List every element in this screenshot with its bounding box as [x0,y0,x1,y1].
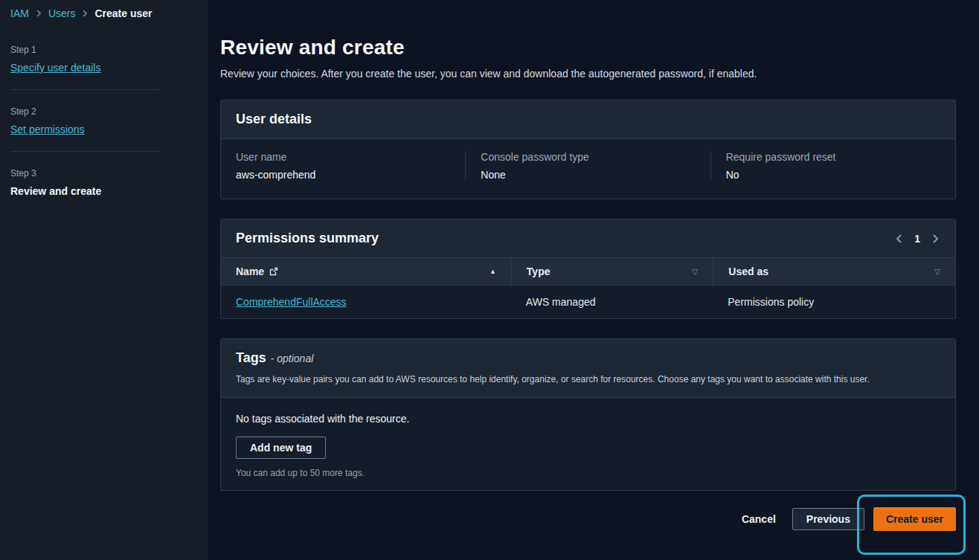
step-2: Step 2 Set permissions [10,100,198,147]
tags-empty-text: No tags associated with the resource. [236,413,940,425]
step-1-link[interactable]: Specify user details [10,62,100,74]
column-used-as-label: Used as [728,265,768,277]
iam-create-user-page: IAM Users Create user Step 1 Specify use… [0,0,979,560]
create-user-button[interactable]: Create user [873,507,956,531]
step-divider [10,151,161,152]
tags-body: No tags associated with the resource. Ad… [221,398,955,490]
step-2-label: Step 2 [10,106,198,117]
page-number[interactable]: 1 [914,233,920,245]
wizard-sidebar: IAM Users Create user Step 1 Specify use… [0,0,208,560]
field-user-name: User name aws-comprehend [221,151,465,181]
sort-ascending-icon: ▲ [490,268,496,275]
breadcrumb: IAM Users Create user [10,7,198,19]
user-details-title: User details [236,112,312,126]
field-value: None [481,169,695,181]
user-details-body: User name aws-comprehend Console passwor… [221,139,955,199]
permissions-table-header: Name ▲ Type ▽ Used as ▽ [221,258,955,286]
field-label: Console password type [481,151,695,163]
page-subtitle: Review your choices. After you create th… [220,68,956,80]
step-1-label: Step 1 [10,45,198,55]
user-details-header: User details [221,100,955,139]
cell-policy-name: ComprehendFullAccess [221,286,511,318]
previous-button[interactable]: Previous [792,508,864,530]
sort-caret-icon: ▽ [693,268,699,276]
step-2-link[interactable]: Set permissions [10,123,85,135]
breadcrumb-link-iam[interactable]: IAM [10,7,29,19]
column-header-used-as[interactable]: Used as ▽ [713,258,955,285]
field-require-password-reset: Require password reset No [710,151,955,181]
external-link-icon [269,267,278,276]
column-header-type[interactable]: Type ▽ [511,258,713,285]
step-divider [10,89,161,90]
add-new-tag-button[interactable]: Add new tag [236,437,326,459]
breadcrumb-current: Create user [94,7,152,19]
step-3-current: Review and create [10,185,101,197]
field-label: User name [236,151,450,163]
step-1: Step 1 Specify user details [10,39,198,85]
policy-link[interactable]: ComprehendFullAccess [236,296,347,308]
page-title: Review and create [220,36,956,59]
next-page-icon[interactable] [931,232,940,245]
user-details-card: User details User name aws-comprehend Co… [220,100,956,199]
breadcrumb-chevron-icon [35,9,42,18]
main-content: Review and create Review your choices. A… [208,0,979,560]
field-value: aws-comprehend [236,169,450,181]
pagination: 1 [894,232,940,245]
tags-optional-label: - optional [271,353,314,364]
cancel-button[interactable]: Cancel [734,508,783,530]
previous-page-icon[interactable] [894,232,904,245]
tags-title: Tags [236,350,266,365]
footer-actions: Cancel Previous Create user [220,507,956,531]
column-type-label: Type [527,265,551,277]
permissions-summary-card: Permissions summary 1 Name [220,219,956,319]
field-value: No [726,169,940,181]
sort-caret-icon: ▽ [934,268,940,276]
breadcrumb-chevron-icon [81,9,89,18]
breadcrumb-link-users[interactable]: Users [48,7,76,19]
permissions-title: Permissions summary [236,231,379,246]
table-row: ComprehendFullAccess AWS managed Permiss… [221,286,955,318]
tags-header: Tags- optional Tags are key-value pairs … [221,339,955,398]
column-header-name[interactable]: Name ▲ [221,258,511,285]
cell-policy-used-as: Permissions policy [713,286,955,318]
step-3: Step 3 Review and create [10,162,198,208]
tags-card: Tags- optional Tags are key-value pairs … [220,338,956,491]
tags-description: Tags are key-value pairs you can add to … [236,374,940,384]
cell-policy-type: AWS managed [511,286,713,318]
step-3-label: Step 3 [10,168,198,178]
field-console-password-type: Console password type None [465,151,710,181]
tags-helper-text: You can add up to 50 more tags. [236,468,940,478]
permissions-header: Permissions summary 1 [221,219,955,258]
column-name-label: Name [236,265,264,277]
field-label: Require password reset [726,151,940,163]
